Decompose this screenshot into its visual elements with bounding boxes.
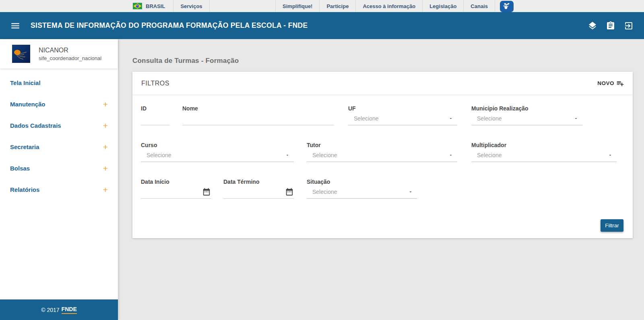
expand-plus-icon: + xyxy=(103,100,108,108)
menu-hamburger-icon[interactable] xyxy=(10,21,21,31)
field-label: Curso xyxy=(141,142,294,148)
vlibras-accessibility-button[interactable] xyxy=(500,1,514,12)
filters-form: ID Nome UF Selecione xyxy=(132,95,633,238)
situacao-select[interactable]: Selecione xyxy=(307,185,417,199)
field-data-inicio: Data Início xyxy=(141,179,211,199)
govbar-link-legislacao[interactable]: Legislação xyxy=(422,0,463,12)
field-tutor: Tutor Selecione xyxy=(307,142,457,162)
app-header: SISTEMA DE INFORMAÇÃO DO PROGRAMA FORMAÇ… xyxy=(0,12,644,39)
sidebar-item-bolsas[interactable]: Bolsas + xyxy=(0,158,118,179)
sidebar-footer: © 2017 FNDE xyxy=(0,299,118,320)
field-label: Data Término xyxy=(223,179,294,185)
layers-icon[interactable] xyxy=(588,21,597,31)
field-label: UF xyxy=(348,105,457,112)
tutor-select[interactable]: Selecione xyxy=(307,148,457,162)
user-name: NICANOR xyxy=(39,47,101,54)
field-label: Município Realização xyxy=(471,105,582,112)
chevron-down-icon xyxy=(574,116,578,121)
main-content: Consulta de Turmas - Formação FILTROS NO… xyxy=(118,39,644,320)
chevron-down-icon xyxy=(408,189,413,194)
sidebar-menu: Tela Inicial Manutenção + Dados Cadastra… xyxy=(0,69,118,299)
field-uf: UF Selecione xyxy=(348,105,457,125)
govbar-link-canais[interactable]: Canais xyxy=(463,0,495,12)
govbar-link-simplifique[interactable]: Simplifique! xyxy=(275,0,319,12)
app-header-actions xyxy=(588,21,634,31)
govbar-right-group: Simplifique! Participe Acesso à informaç… xyxy=(275,0,640,12)
calendar-icon[interactable] xyxy=(285,187,294,196)
expand-plus-icon: + xyxy=(103,164,108,172)
field-label: Nome xyxy=(182,105,334,112)
sidebar-item-relatorios[interactable]: Relatórios + xyxy=(0,179,118,200)
expand-plus-icon: + xyxy=(103,121,108,130)
playlist-add-icon xyxy=(616,79,624,87)
user-panel[interactable]: NICANOR sife_coordenador_nacional xyxy=(0,39,118,69)
novo-button[interactable]: NOVO xyxy=(597,79,624,87)
nome-input[interactable] xyxy=(182,112,334,125)
govbar-link-acesso-informacao[interactable]: Acesso à informação xyxy=(355,0,422,12)
uf-select[interactable]: Selecione xyxy=(348,112,457,125)
govbar-left-group: BRASIL Serviços xyxy=(126,0,210,12)
brasil-brand-label: BRASIL xyxy=(146,3,165,9)
data-inicio-input[interactable] xyxy=(141,185,202,198)
chevron-down-icon xyxy=(448,153,453,158)
page-shell: NICANOR sife_coordenador_nacional Tela I… xyxy=(0,39,644,320)
assignment-icon[interactable] xyxy=(606,21,615,31)
filters-card: FILTROS NOVO ID xyxy=(132,72,633,238)
govbar-link-servicos[interactable]: Serviços xyxy=(173,0,209,12)
field-label: Tutor xyxy=(307,142,457,148)
multiplicador-select[interactable]: Selecione xyxy=(471,148,617,162)
sidebar: NICANOR sife_coordenador_nacional Tela I… xyxy=(0,39,118,320)
user-info: NICANOR sife_coordenador_nacional xyxy=(39,47,101,61)
field-nome: Nome xyxy=(182,105,334,125)
chevron-down-icon xyxy=(285,153,290,158)
chevron-down-icon xyxy=(448,116,453,121)
copyright-text: © 2017 xyxy=(41,307,59,313)
chevron-down-icon xyxy=(608,153,613,158)
field-label: Situação xyxy=(307,179,417,185)
sidebar-item-manutencao[interactable]: Manutenção + xyxy=(0,94,118,115)
field-situacao: Situação Selecione xyxy=(307,179,417,199)
filtrar-button[interactable]: Filtrar xyxy=(601,219,623,232)
govbar-link-participe[interactable]: Participe xyxy=(319,0,355,12)
form-row-2: Curso Selecione Tutor Selecione xyxy=(141,142,624,162)
field-curso: Curso Selecione xyxy=(141,142,294,162)
page-title: Consulta de Turmas - Formação xyxy=(132,57,633,65)
field-id: ID xyxy=(141,105,170,125)
filters-card-header: FILTROS NOVO xyxy=(132,72,633,95)
expand-plus-icon: + xyxy=(103,185,108,194)
vlibras-hands-icon xyxy=(502,2,511,10)
calendar-icon[interactable] xyxy=(202,187,211,196)
form-row-3: Data Início Data Término xyxy=(141,179,624,199)
sidebar-item-secretaria[interactable]: Secretaria + xyxy=(0,136,118,158)
field-multiplicador: Multiplicador Selecione xyxy=(471,142,617,162)
fnde-link[interactable]: FNDE xyxy=(62,306,77,314)
field-municipio-realizacao: Município Realização Selecione xyxy=(471,105,582,125)
municipio-select[interactable]: Selecione xyxy=(471,112,582,125)
brazil-flag-icon xyxy=(133,3,142,9)
filters-title: FILTROS xyxy=(141,80,169,87)
user-role: sife_coordenador_nacional xyxy=(39,55,101,61)
user-avatar xyxy=(12,45,30,63)
sidebar-item-tela-inicial[interactable]: Tela Inicial xyxy=(0,72,118,94)
data-termino-input[interactable] xyxy=(223,185,285,198)
field-label: ID xyxy=(141,105,170,112)
id-input[interactable] xyxy=(141,112,170,125)
government-bar: BRASIL Serviços Simplifique! Participe A… xyxy=(0,0,644,12)
form-actions: Filtrar xyxy=(141,215,624,235)
field-data-termino: Data Término xyxy=(223,179,294,199)
field-label: Multiplicador xyxy=(471,142,617,148)
form-row-1: ID Nome UF Selecione xyxy=(141,105,624,125)
app-title: SISTEMA DE INFORMAÇÃO DO PROGRAMA FORMAÇ… xyxy=(31,21,308,30)
expand-plus-icon: + xyxy=(103,143,108,151)
logout-icon[interactable] xyxy=(624,21,634,31)
field-label: Data Início xyxy=(141,179,211,185)
sidebar-item-dados-cadastrais[interactable]: Dados Cadastrais + xyxy=(0,115,118,136)
brasil-brand-link[interactable]: BRASIL xyxy=(126,0,173,12)
curso-select[interactable]: Selecione xyxy=(141,148,294,162)
